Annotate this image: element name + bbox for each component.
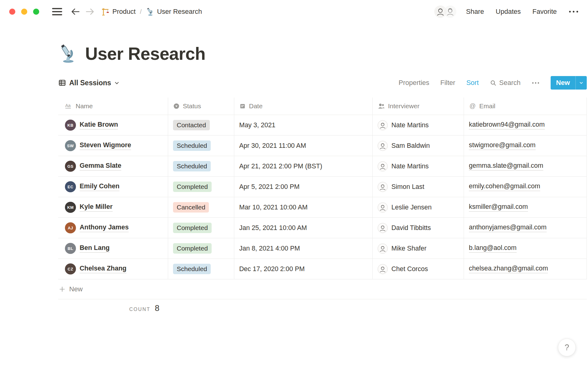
cell-status[interactable]: Completed [168,218,234,238]
person-name-link[interactable]: Katie Brown [80,121,118,129]
person-name-link[interactable]: Chelsea Zhang [80,265,126,273]
cell-interviewer[interactable]: Simon Last [373,177,464,197]
filter-button[interactable]: Filter [440,79,455,87]
cell-date[interactable]: Dec 17, 2020 2:00 PM [234,259,373,279]
table-header-row: Aa Name Status Date Interviewe [58,98,587,115]
person-name-link[interactable]: Steven Wigmore [80,141,131,150]
cell-name[interactable]: AJAnthony James [58,218,168,238]
view-more-options-icon[interactable] [532,82,540,84]
close-window-button[interactable] [9,9,15,15]
table-row[interactable]: AJAnthony JamesCompletedJan 25, 2021 10:… [58,218,587,238]
column-header-status[interactable]: Status [168,98,234,115]
cell-name[interactable]: KBKatie Brown [58,115,168,135]
back-arrow-icon[interactable] [69,6,81,18]
view-switcher[interactable]: All Sessions [58,79,119,87]
person-name-link[interactable]: Emily Cohen [80,182,119,191]
table-row[interactable]: ECEmily CohenCompletedApr 5, 2021 2:00 P… [58,177,587,197]
properties-button[interactable]: Properties [399,79,429,87]
email-link[interactable]: gemma.slate@gmail.com [469,162,543,171]
sort-button[interactable]: Sort [466,79,479,87]
new-button-label[interactable]: New [551,76,575,90]
cell-date[interactable]: May 3, 2021 [234,115,373,135]
cell-name[interactable]: KMKyle Miller [58,197,168,217]
email-link[interactable]: chelsea.zhang@gmail.com [469,265,548,273]
person-name-link[interactable]: Gemma Slate [80,162,121,171]
zoom-window-button[interactable] [33,9,39,15]
updates-button[interactable]: Updates [496,8,521,16]
column-header-interviewer[interactable]: Interviewer [373,98,464,115]
email-link[interactable]: b.lang@aol.com [469,244,517,253]
favorite-button[interactable]: Favorite [533,8,557,16]
cell-date[interactable]: Jan 8, 2021 4:00 PM [234,238,373,259]
person-name-link[interactable]: Anthony James [80,224,129,232]
cell-date[interactable]: Jan 25, 2021 10:00 AM [234,218,373,238]
add-new-row-button[interactable]: New [58,279,587,299]
cell-status[interactable]: Scheduled [168,156,234,176]
person-name-link[interactable]: Kyle Miller [80,203,113,212]
cell-email[interactable]: katiebrown94@gmail.com [464,115,587,135]
cell-name[interactable]: SWSteven Wigmore [58,136,168,156]
cell-date[interactable]: Apr 5, 2021 2:00 PM [234,177,373,197]
cell-date[interactable]: Apr 21, 2021 2:00 PM (BST) [234,156,373,176]
interviewer-avatar [378,202,388,213]
person-name-link[interactable]: Ben Lang [80,244,110,253]
breadcrumb-item-user-research[interactable]: User Research [146,8,202,16]
table-row[interactable]: KBKatie BrownContactedMay 3, 2021Nate Ma… [58,115,587,136]
interviewer-name: Simon Last [391,183,424,191]
cell-status[interactable]: Cancelled [168,197,234,217]
column-header-date[interactable]: Date [234,98,373,115]
email-link[interactable]: anthonyjames@gmail.com [469,224,547,232]
cell-email[interactable]: b.lang@aol.com [464,238,587,259]
table-row[interactable]: GSGemma SlateScheduledApr 21, 2021 2:00 … [58,156,587,177]
cell-interviewer[interactable]: Chet Corcos [373,259,464,279]
minimize-window-button[interactable] [21,9,27,15]
cell-interviewer[interactable]: Nate Martins [373,115,464,135]
cell-name[interactable]: ECEmily Cohen [58,177,168,197]
forward-arrow-icon[interactable] [84,6,96,18]
cell-status[interactable]: Contacted [168,115,234,135]
share-button[interactable]: Share [466,8,484,16]
table-row[interactable]: SWSteven WigmoreScheduledApr 30, 2021 11… [58,136,587,156]
cell-status[interactable]: Scheduled [168,136,234,156]
sidebar-menu-icon[interactable] [52,8,62,15]
email-link[interactable]: stwigmore@gmail.com [469,141,536,150]
new-record-button[interactable]: New [551,76,587,90]
cell-email[interactable]: gemma.slate@gmail.com [464,156,587,176]
cell-email[interactable]: ksmiller@gmail.com [464,197,587,217]
cell-date[interactable]: Mar 10, 2021 10:00 AM [234,197,373,217]
more-options-icon[interactable] [568,10,579,13]
table-row[interactable]: BLBen LangCompletedJan 8, 2021 4:00 PMMi… [58,238,587,259]
cell-name[interactable]: CZChelsea Zhang [58,259,168,279]
cell-date[interactable]: Apr 30, 2021 11:00 AM [234,136,373,156]
interviewer-avatar [378,223,388,233]
new-button-chevron-icon[interactable] [576,76,587,90]
cell-email[interactable]: stwigmore@gmail.com [464,136,587,156]
page-icon-microscope[interactable] [58,44,78,63]
cell-status[interactable]: Completed [168,238,234,259]
email-link[interactable]: emily.cohen@gmail.com [469,182,540,191]
email-link[interactable]: ksmiller@gmail.com [469,203,528,212]
cell-status[interactable]: Completed [168,177,234,197]
help-button[interactable]: ? [558,339,576,356]
column-header-email[interactable]: @ Email [464,98,587,115]
cell-email[interactable]: anthonyjames@gmail.com [464,218,587,238]
email-link[interactable]: katiebrown94@gmail.com [469,121,545,129]
cell-interviewer[interactable]: Mike Shafer [373,238,464,259]
cell-interviewer[interactable]: David Tibbitts [373,218,464,238]
cell-interviewer[interactable]: Leslie Jensen [373,197,464,217]
cell-name[interactable]: GSGemma Slate [58,156,168,176]
cell-interviewer[interactable]: Nate Martins [373,156,464,176]
cell-status[interactable]: Scheduled [168,259,234,279]
collaborator-avatar[interactable] [443,5,457,18]
cell-email[interactable]: emily.cohen@gmail.com [464,177,587,197]
cell-email[interactable]: chelsea.zhang@gmail.com [464,259,587,279]
page-title[interactable]: User Research [85,44,205,64]
search-button[interactable]: Search [490,79,521,87]
cell-name[interactable]: BLBen Lang [58,238,168,259]
cell-interviewer[interactable]: Sam Baldwin [373,136,464,156]
table-row[interactable]: CZChelsea ZhangScheduledDec 17, 2020 2:0… [58,259,587,279]
table-row[interactable]: KMKyle MillerCancelledMar 10, 2021 10:00… [58,197,587,218]
breadcrumb-item-product[interactable]: Product [101,8,136,16]
table-view-icon [58,79,66,87]
column-header-name[interactable]: Aa Name [58,98,168,115]
